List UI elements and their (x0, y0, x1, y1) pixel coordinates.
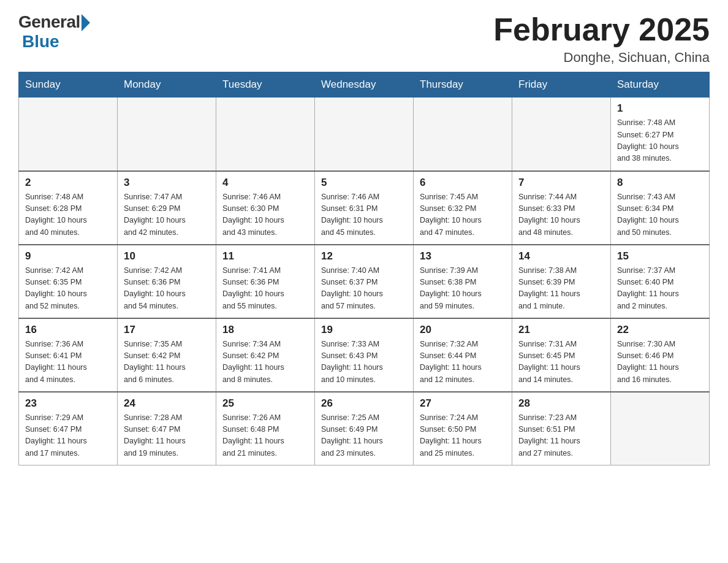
day-number: 12 (321, 250, 407, 262)
day-number: 23 (25, 397, 111, 410)
calendar-day-cell: 7Sunrise: 7:44 AMSunset: 6:33 PMDaylight… (512, 171, 611, 245)
calendar-day-cell: 6Sunrise: 7:45 AMSunset: 6:32 PMDaylight… (414, 171, 512, 245)
calendar-day-cell: 5Sunrise: 7:46 AMSunset: 6:31 PMDaylight… (315, 171, 414, 245)
day-number: 9 (25, 250, 111, 262)
calendar-day-cell: 18Sunrise: 7:34 AMSunset: 6:42 PMDayligh… (216, 318, 315, 392)
calendar-day-cell: 8Sunrise: 7:43 AMSunset: 6:34 PMDaylight… (611, 171, 710, 245)
logo: General Blue (18, 12, 90, 52)
page-header: General Blue February 2025 Donghe, Sichu… (18, 12, 710, 66)
day-info: Sunrise: 7:40 AMSunset: 6:37 PMDaylight:… (321, 265, 407, 313)
calendar-day-cell: 24Sunrise: 7:28 AMSunset: 6:47 PMDayligh… (118, 392, 216, 465)
day-of-week-header: Saturday (611, 72, 710, 98)
day-info: Sunrise: 7:33 AMSunset: 6:43 PMDaylight:… (321, 339, 407, 386)
day-number: 19 (321, 324, 407, 336)
day-info: Sunrise: 7:32 AMSunset: 6:44 PMDaylight:… (420, 339, 506, 386)
day-info: Sunrise: 7:48 AMSunset: 6:27 PMDaylight:… (617, 117, 703, 165)
day-info: Sunrise: 7:30 AMSunset: 6:46 PMDaylight:… (617, 339, 703, 386)
calendar-week-row: 9Sunrise: 7:42 AMSunset: 6:35 PMDaylight… (19, 245, 710, 318)
calendar-table: SundayMondayTuesdayWednesdayThursdayFrid… (18, 72, 710, 465)
calendar-day-cell (118, 98, 216, 171)
calendar-week-row: 23Sunrise: 7:29 AMSunset: 6:47 PMDayligh… (19, 392, 710, 465)
day-number: 5 (321, 177, 407, 189)
day-number: 10 (124, 250, 210, 262)
day-number: 3 (124, 177, 210, 189)
day-info: Sunrise: 7:25 AMSunset: 6:49 PMDaylight:… (321, 412, 407, 460)
calendar-day-cell (414, 98, 512, 171)
day-of-week-header: Tuesday (216, 72, 315, 98)
calendar-day-cell: 22Sunrise: 7:30 AMSunset: 6:46 PMDayligh… (611, 318, 710, 392)
day-number: 20 (420, 324, 506, 336)
day-info: Sunrise: 7:47 AMSunset: 6:29 PMDaylight:… (124, 191, 210, 239)
day-number: 28 (518, 397, 604, 410)
calendar-day-cell: 25Sunrise: 7:26 AMSunset: 6:48 PMDayligh… (216, 392, 315, 465)
day-of-week-header: Sunday (19, 72, 118, 98)
day-number: 2 (25, 177, 111, 189)
day-info: Sunrise: 7:45 AMSunset: 6:32 PMDaylight:… (420, 191, 506, 239)
logo-blue-text: Blue (22, 32, 59, 52)
calendar-subtitle: Donghe, Sichuan, China (493, 50, 710, 66)
day-info: Sunrise: 7:46 AMSunset: 6:30 PMDaylight:… (222, 191, 308, 239)
day-number: 7 (518, 177, 604, 189)
day-info: Sunrise: 7:42 AMSunset: 6:36 PMDaylight:… (124, 265, 210, 313)
day-number: 26 (321, 397, 407, 410)
day-number: 6 (420, 177, 506, 189)
day-info: Sunrise: 7:38 AMSunset: 6:39 PMDaylight:… (518, 265, 604, 313)
day-info: Sunrise: 7:28 AMSunset: 6:47 PMDaylight:… (124, 412, 210, 460)
calendar-day-cell: 17Sunrise: 7:35 AMSunset: 6:42 PMDayligh… (118, 318, 216, 392)
calendar-header-row: SundayMondayTuesdayWednesdayThursdayFrid… (19, 72, 710, 98)
day-number: 18 (222, 324, 308, 336)
day-number: 4 (222, 177, 308, 189)
calendar-day-cell: 19Sunrise: 7:33 AMSunset: 6:43 PMDayligh… (315, 318, 414, 392)
calendar-day-cell: 1Sunrise: 7:48 AMSunset: 6:27 PMDaylight… (611, 98, 710, 171)
calendar-day-cell: 12Sunrise: 7:40 AMSunset: 6:37 PMDayligh… (315, 245, 414, 318)
day-of-week-header: Friday (512, 72, 611, 98)
calendar-day-cell: 15Sunrise: 7:37 AMSunset: 6:40 PMDayligh… (611, 245, 710, 318)
calendar-day-cell (611, 392, 710, 465)
day-number: 22 (617, 324, 703, 336)
calendar-week-row: 2Sunrise: 7:48 AMSunset: 6:28 PMDaylight… (19, 171, 710, 245)
day-info: Sunrise: 7:44 AMSunset: 6:33 PMDaylight:… (518, 191, 604, 239)
day-info: Sunrise: 7:37 AMSunset: 6:40 PMDaylight:… (617, 265, 703, 313)
day-of-week-header: Monday (118, 72, 216, 98)
day-number: 14 (518, 250, 604, 262)
day-info: Sunrise: 7:24 AMSunset: 6:50 PMDaylight:… (420, 412, 506, 460)
day-number: 1 (617, 102, 703, 115)
day-info: Sunrise: 7:43 AMSunset: 6:34 PMDaylight:… (617, 191, 703, 239)
logo-general-text: General (18, 12, 80, 32)
calendar-day-cell: 10Sunrise: 7:42 AMSunset: 6:36 PMDayligh… (118, 245, 216, 318)
day-number: 27 (420, 397, 506, 410)
day-info: Sunrise: 7:46 AMSunset: 6:31 PMDaylight:… (321, 191, 407, 239)
calendar-week-row: 16Sunrise: 7:36 AMSunset: 6:41 PMDayligh… (19, 318, 710, 392)
calendar-day-cell: 4Sunrise: 7:46 AMSunset: 6:30 PMDaylight… (216, 171, 315, 245)
day-info: Sunrise: 7:35 AMSunset: 6:42 PMDaylight:… (124, 339, 210, 386)
day-of-week-header: Wednesday (315, 72, 414, 98)
calendar-day-cell: 3Sunrise: 7:47 AMSunset: 6:29 PMDaylight… (118, 171, 216, 245)
day-info: Sunrise: 7:41 AMSunset: 6:36 PMDaylight:… (222, 265, 308, 313)
day-info: Sunrise: 7:31 AMSunset: 6:45 PMDaylight:… (518, 339, 604, 386)
day-info: Sunrise: 7:23 AMSunset: 6:51 PMDaylight:… (518, 412, 604, 460)
calendar-day-cell: 9Sunrise: 7:42 AMSunset: 6:35 PMDaylight… (19, 245, 118, 318)
day-number: 17 (124, 324, 210, 336)
day-number: 11 (222, 250, 308, 262)
day-info: Sunrise: 7:39 AMSunset: 6:38 PMDaylight:… (420, 265, 506, 313)
day-info: Sunrise: 7:36 AMSunset: 6:41 PMDaylight:… (25, 339, 111, 386)
calendar-day-cell: 26Sunrise: 7:25 AMSunset: 6:49 PMDayligh… (315, 392, 414, 465)
title-block: February 2025 Donghe, Sichuan, China (493, 12, 710, 66)
calendar-day-cell: 2Sunrise: 7:48 AMSunset: 6:28 PMDaylight… (19, 171, 118, 245)
calendar-day-cell: 21Sunrise: 7:31 AMSunset: 6:45 PMDayligh… (512, 318, 611, 392)
day-info: Sunrise: 7:48 AMSunset: 6:28 PMDaylight:… (25, 191, 111, 239)
calendar-day-cell: 28Sunrise: 7:23 AMSunset: 6:51 PMDayligh… (512, 392, 611, 465)
calendar-day-cell: 13Sunrise: 7:39 AMSunset: 6:38 PMDayligh… (414, 245, 512, 318)
day-info: Sunrise: 7:29 AMSunset: 6:47 PMDaylight:… (25, 412, 111, 460)
calendar-day-cell: 20Sunrise: 7:32 AMSunset: 6:44 PMDayligh… (414, 318, 512, 392)
day-info: Sunrise: 7:42 AMSunset: 6:35 PMDaylight:… (25, 265, 111, 313)
calendar-day-cell (19, 98, 118, 171)
calendar-day-cell (512, 98, 611, 171)
day-number: 15 (617, 250, 703, 262)
day-number: 25 (222, 397, 308, 410)
day-number: 21 (518, 324, 604, 336)
day-number: 16 (25, 324, 111, 336)
calendar-week-row: 1Sunrise: 7:48 AMSunset: 6:27 PMDaylight… (19, 98, 710, 171)
day-number: 24 (124, 397, 210, 410)
calendar-day-cell (216, 98, 315, 171)
